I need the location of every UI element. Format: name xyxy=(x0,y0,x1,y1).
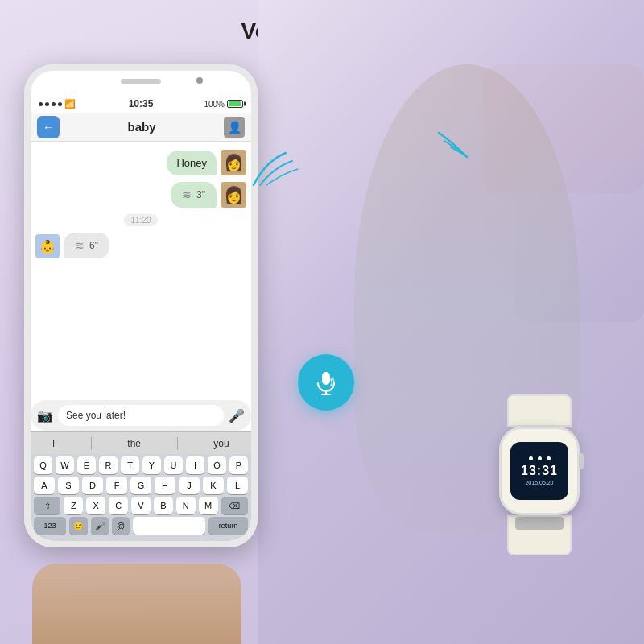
watch-icon-1 xyxy=(529,456,533,460)
key-v[interactable]: V xyxy=(131,497,151,514)
nav-avatar[interactable]: 👤 xyxy=(224,117,245,138)
key-j[interactable]: J xyxy=(179,477,200,494)
voice-msg-left: 👶 ≋ 6" xyxy=(35,233,246,258)
voice-bubble-left: ≋ 6" xyxy=(64,233,109,258)
watch-date: 2015.05.20 xyxy=(525,480,553,485)
key-k[interactable]: K xyxy=(203,477,224,494)
battery-icon xyxy=(227,100,243,108)
signal-dot-1 xyxy=(39,102,43,106)
watch-icon-3 xyxy=(547,456,551,460)
back-button[interactable]: ← xyxy=(37,116,60,138)
key-123[interactable]: 123 xyxy=(34,517,66,535)
key-row-2: A S D F G H J K L xyxy=(31,474,251,494)
key-row-4: 123 🙂 🎤 @ return xyxy=(31,514,251,535)
avatar-icon: 👤 xyxy=(228,121,242,134)
word-suggestions: l the you xyxy=(31,431,251,454)
watch-button xyxy=(579,453,584,469)
key-r[interactable]: R xyxy=(99,456,118,474)
battery-area: 100% xyxy=(204,100,243,109)
chat-area: Honey 👩 ≋ 3" 👩 11:20 xyxy=(31,142,251,394)
phone-speaker xyxy=(121,79,161,84)
key-mic-keyboard[interactable]: 🎤 xyxy=(91,517,109,535)
phone-camera xyxy=(196,77,203,84)
key-d[interactable]: D xyxy=(82,477,103,494)
key-p[interactable]: P xyxy=(229,456,248,474)
key-o[interactable]: O xyxy=(208,456,226,474)
wave-from-phone xyxy=(237,145,302,193)
watch-buckle xyxy=(515,517,564,530)
key-shift[interactable]: ⇧ xyxy=(34,497,60,514)
key-q[interactable]: Q xyxy=(34,456,52,474)
key-n[interactable]: N xyxy=(176,497,196,514)
key-l[interactable]: L xyxy=(227,477,248,494)
input-bar: 📷 See you later! 🎤 xyxy=(31,400,251,431)
key-y[interactable]: Y xyxy=(142,456,161,474)
wave-icon-left: ≋ xyxy=(75,239,85,252)
key-at[interactable]: @ xyxy=(112,517,130,535)
battery-pct-label: 100% xyxy=(204,100,225,109)
nav-title: baby xyxy=(60,120,224,134)
camera-icon[interactable]: 📷 xyxy=(37,408,53,423)
message-input[interactable]: See you later! xyxy=(58,405,224,426)
phone: 📶 10:35 100% ← baby 👤 xyxy=(24,64,258,547)
suggestion-3[interactable]: you xyxy=(205,438,237,449)
key-i[interactable]: I xyxy=(186,456,204,474)
bubble-honey: Honey xyxy=(167,151,217,175)
key-u[interactable]: U xyxy=(164,456,183,474)
back-arrow: ← xyxy=(43,121,54,134)
input-text: See you later! xyxy=(66,410,126,421)
voice-duration-left: 6" xyxy=(89,240,98,251)
status-time: 10:35 xyxy=(129,98,154,109)
key-row-3: ⇧ Z X C V B N M ⌫ xyxy=(31,494,251,514)
suggestion-2[interactable]: the xyxy=(119,438,149,449)
watch-band-bottom xyxy=(507,515,572,555)
wave-from-watch xyxy=(435,125,483,165)
key-t[interactable]: T xyxy=(121,456,139,474)
suggestion-1[interactable]: l xyxy=(44,438,63,449)
key-m[interactable]: M xyxy=(199,497,218,514)
watch-band-top xyxy=(507,394,572,427)
key-return[interactable]: return xyxy=(208,517,248,535)
key-s[interactable]: S xyxy=(58,477,79,494)
sep-1 xyxy=(91,437,92,450)
svg-rect-0 xyxy=(322,372,330,385)
nav-bar: ← baby 👤 xyxy=(31,113,251,142)
phone-body: 📶 10:35 100% ← baby 👤 xyxy=(24,64,258,547)
watch-icon-2 xyxy=(538,456,542,460)
watch-time: 13:31 xyxy=(521,464,558,478)
key-emoji[interactable]: 🙂 xyxy=(69,517,87,535)
key-space[interactable] xyxy=(133,517,204,535)
key-x[interactable]: X xyxy=(86,497,105,514)
watch-screen: 13:31 2015.05.20 xyxy=(510,442,568,500)
key-c[interactable]: C xyxy=(109,497,128,514)
key-delete[interactable]: ⌫ xyxy=(221,497,248,514)
voice-bubble-right: ≋ 3" xyxy=(171,182,217,208)
sender-avatar-left: 👶 xyxy=(35,234,60,258)
timestamp: 11:20 xyxy=(124,214,157,226)
signal-dot-2 xyxy=(45,102,49,106)
battery-fill xyxy=(229,101,241,106)
watch-case: 13:31 2015.05.20 xyxy=(499,427,580,515)
wifi-icon: 📶 xyxy=(64,99,76,109)
voice-input-icon[interactable]: 🎤 xyxy=(229,408,245,423)
sep-2 xyxy=(177,437,178,450)
key-z[interactable]: Z xyxy=(64,497,83,514)
honey-text: Honey xyxy=(176,157,207,169)
key-f[interactable]: F xyxy=(106,477,127,494)
keyboard: Q W E R T Y U I O P A S D F G H J K xyxy=(31,454,251,541)
key-row-1: Q W E R T Y U I O P xyxy=(31,454,251,474)
key-e[interactable]: E xyxy=(77,456,96,474)
signal-dot-4 xyxy=(58,102,62,106)
wave-icon-right: ≋ xyxy=(182,188,192,201)
message-honey: Honey 👩 xyxy=(35,150,246,175)
key-a[interactable]: A xyxy=(34,477,55,494)
mic-button[interactable] xyxy=(298,354,354,411)
hand-holding-phone xyxy=(32,564,242,644)
voice-duration-right: 3" xyxy=(196,189,205,200)
key-w[interactable]: W xyxy=(56,456,74,474)
watch-status-icons xyxy=(529,456,551,460)
key-h[interactable]: H xyxy=(155,477,175,494)
signal-dot-3 xyxy=(52,102,56,106)
key-b[interactable]: B xyxy=(154,497,173,514)
key-g[interactable]: G xyxy=(130,477,151,494)
